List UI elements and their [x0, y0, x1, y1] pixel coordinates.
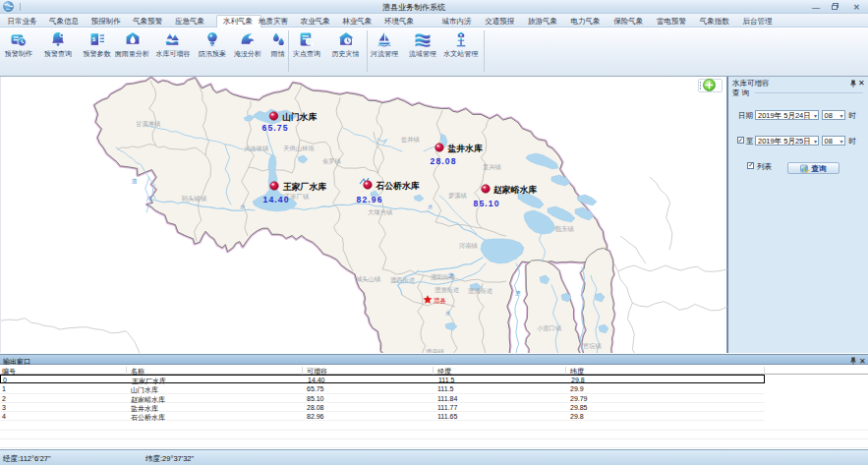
svg-text:官垸镇: 官垸镇: [583, 342, 603, 350]
svg-text:火连坡镇: 火连坡镇: [244, 145, 269, 152]
svg-text:涔: 涔: [146, 196, 152, 203]
svg-text:澧西街道: 澧西街道: [390, 276, 415, 284]
svg-text:28.08: 28.08: [431, 156, 457, 166]
svg-text:赵家峪水库: 赵家峪水库: [492, 185, 537, 195]
svg-text:水: 水: [240, 203, 246, 209]
svg-text:甑东镇: 甑东镇: [555, 225, 575, 233]
svg-text:王家厂水库: 王家厂水库: [282, 182, 326, 192]
svg-text:澧澹街道: 澧澹街道: [434, 286, 459, 294]
svg-text:澧南镇: 澧南镇: [426, 348, 445, 353]
svg-text:大堰当镇: 大堰当镇: [368, 208, 393, 215]
svg-text:天供山林场: 天供山林场: [283, 145, 314, 152]
svg-text:s: s: [91, 35, 95, 42]
svg-text:山门水库: 山门水库: [282, 112, 317, 122]
svg-text:码头铺镇: 码头铺镇: [181, 195, 207, 203]
svg-text:澹: 澹: [515, 290, 521, 297]
svg-text:澹: 澹: [448, 272, 454, 279]
svg-text:金罗镇: 金罗镇: [322, 157, 342, 164]
svg-text:14.40: 14.40: [263, 195, 290, 204]
svg-text:石公桥水库: 石公桥水库: [376, 181, 420, 191]
svg-text:城头山镇: 城头山镇: [356, 275, 381, 282]
svg-text:澧: 澧: [131, 178, 138, 185]
svg-text:小渡口镇: 小渡口镇: [537, 324, 562, 332]
svg-text:澧县: 澧县: [434, 297, 447, 304]
svg-text:65.75: 65.75: [262, 123, 289, 133]
svg-text:甘溪滩镇: 甘溪滩镇: [136, 120, 161, 128]
svg-text:82.96: 82.96: [357, 195, 383, 204]
svg-text:复兴镇: 复兴镇: [483, 163, 502, 171]
svg-text:澧浦街道: 澧浦街道: [468, 287, 492, 295]
svg-text:水: 水: [428, 203, 434, 209]
svg-text:水: 水: [445, 310, 451, 316]
svg-text:85.10: 85.10: [474, 199, 500, 208]
svg-text:盐井水库: 盐井水库: [447, 144, 483, 153]
svg-text:涔南镇: 涔南镇: [459, 242, 479, 250]
svg-text:梦溪镇: 梦溪镇: [448, 192, 468, 200]
svg-text:盐井镇: 盐井镇: [401, 136, 421, 143]
